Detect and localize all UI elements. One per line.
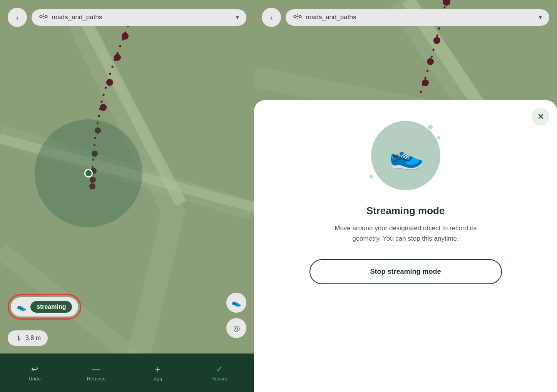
modal-overlay: ✕ 👟 Streaming mode Move around your desi… (254, 100, 557, 392)
add-icon: + (155, 363, 161, 375)
streaming-walk-icon: 👟 (17, 302, 27, 312)
decorative-dot-3 (369, 175, 373, 179)
remove-label: Remove (87, 376, 105, 382)
accuracy-icon (15, 334, 22, 342)
walk-mode-button[interactable]: 👟 (226, 293, 246, 313)
chevron-down-icon-left: ▾ (236, 14, 239, 20)
gps-icon: ◎ (233, 323, 240, 333)
add-button[interactable]: + Add (142, 363, 173, 382)
undo-label: Undo (28, 376, 40, 382)
back-button-right[interactable]: ‹ (262, 8, 281, 27)
close-icon: ✕ (537, 112, 544, 121)
bottom-bar-left: ↩ Undo — Remove + Add ✓ Record (0, 353, 254, 392)
shoe-illustration: 👟 (386, 136, 425, 174)
record-check-icon: ✓ (216, 364, 223, 374)
right-panel: ‹ roads_and_paths ▾ ✕ (254, 0, 557, 392)
svg-point-4 (106, 79, 113, 86)
walk-icon: 👟 (232, 298, 241, 307)
accuracy-badge: 3.8 m (8, 330, 48, 346)
decorative-dot-2 (437, 136, 440, 139)
back-button-left[interactable]: ‹ (8, 8, 27, 27)
svg-point-23 (299, 15, 301, 18)
record-button[interactable]: ✓ Record (204, 364, 235, 382)
modal-description: Move around your designated object to re… (325, 223, 487, 244)
location-dot (84, 169, 93, 178)
layer-icon-right (293, 13, 302, 22)
svg-point-5 (100, 104, 107, 111)
undo-icon: ↩ (31, 364, 38, 374)
layer-icon-left (39, 13, 48, 22)
stop-streaming-button[interactable]: Stop streaming mode (309, 259, 502, 284)
left-panel: ‹ roads_and_paths ▾ 👟 streaming (0, 0, 254, 392)
svg-point-22 (294, 15, 296, 18)
modal-illustration: 👟 (367, 117, 444, 194)
top-bar-left: ‹ roads_and_paths ▾ (8, 8, 246, 27)
modal-close-button[interactable]: ✕ (532, 108, 549, 126)
streaming-label: streaming (30, 301, 72, 313)
right-controls: 👟 ◎ (226, 293, 246, 338)
svg-point-12 (45, 15, 47, 18)
svg-point-2 (122, 33, 129, 40)
chevron-down-icon-right: ▾ (539, 14, 542, 20)
top-bar-right: ‹ roads_and_paths ▾ (262, 8, 549, 27)
layer-name-left: roads_and_paths (52, 13, 232, 21)
location-circle (35, 119, 142, 227)
gps-center-button[interactable]: ◎ (226, 318, 246, 338)
layer-selector-right[interactable]: roads_and_paths ▾ (286, 9, 549, 26)
streaming-badge-container[interactable]: 👟 streaming (8, 294, 81, 320)
layer-selector-left[interactable]: roads_and_paths ▾ (32, 9, 246, 26)
decorative-dot-1 (428, 125, 433, 129)
remove-icon: — (92, 364, 100, 374)
accuracy-value: 3.8 m (25, 335, 41, 342)
remove-button[interactable]: — Remove (81, 364, 112, 382)
layer-name-right: roads_and_paths (306, 13, 535, 21)
modal-title: Streaming mode (366, 205, 445, 217)
undo-button[interactable]: ↩ Undo (19, 364, 50, 382)
record-label: Record (211, 376, 227, 382)
add-label: Add (153, 377, 162, 382)
svg-point-11 (40, 15, 42, 18)
svg-point-3 (114, 54, 121, 61)
shoe-circle: 👟 (371, 121, 440, 190)
